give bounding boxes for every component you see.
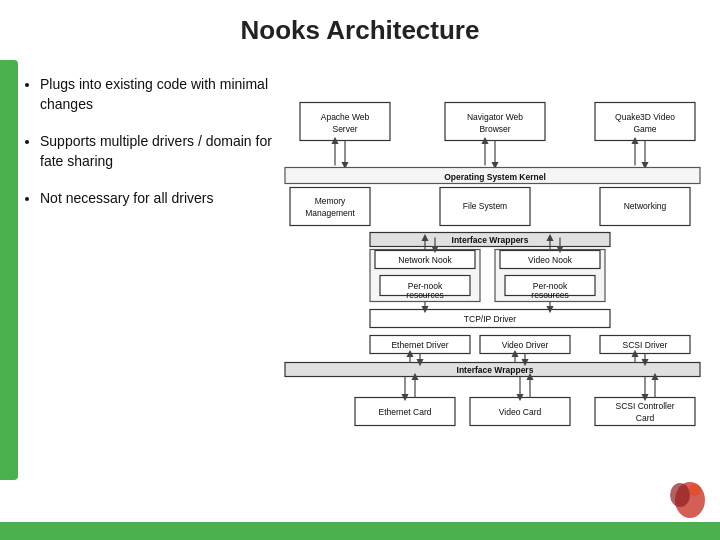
svg-text:TCP/IP Driver: TCP/IP Driver — [464, 314, 516, 324]
green-bar-left — [0, 60, 18, 480]
green-bar-bottom — [0, 522, 720, 540]
svg-text:Operating System Kernel: Operating System Kernel — [444, 172, 546, 182]
svg-text:SCSI Driver: SCSI Driver — [623, 340, 668, 350]
svg-text:Card: Card — [636, 413, 655, 423]
svg-text:resources: resources — [406, 290, 443, 300]
svg-text:Video Driver: Video Driver — [502, 340, 549, 350]
svg-text:Network Nook: Network Nook — [398, 255, 452, 265]
svg-point-75 — [689, 484, 701, 496]
svg-text:Server: Server — [332, 124, 357, 134]
svg-text:Memory: Memory — [315, 196, 346, 206]
bullet-item: Supports multiple drivers / domain for f… — [40, 132, 275, 171]
architecture-diagram: Apache Web Server Navigator Web Browser … — [280, 65, 710, 520]
corner-decoration — [660, 475, 710, 525]
svg-text:resources: resources — [531, 290, 568, 300]
svg-text:Video Card: Video Card — [499, 407, 542, 417]
svg-text:Quake3D Video: Quake3D Video — [615, 112, 675, 122]
svg-rect-17 — [290, 188, 370, 226]
bullet-list: Plugs into existing code with minimal ch… — [25, 75, 275, 227]
svg-point-74 — [670, 483, 690, 507]
svg-text:Interface Wrappers: Interface Wrappers — [452, 235, 529, 245]
bullet-item: Plugs into existing code with minimal ch… — [40, 75, 275, 114]
svg-text:SCSI Controller: SCSI Controller — [615, 401, 674, 411]
svg-text:Ethernet Card: Ethernet Card — [379, 407, 432, 417]
svg-text:Browser: Browser — [479, 124, 510, 134]
svg-text:File System: File System — [463, 201, 507, 211]
svg-text:Management: Management — [305, 208, 355, 218]
svg-text:Game: Game — [633, 124, 656, 134]
svg-text:Networking: Networking — [624, 201, 667, 211]
svg-text:Video Nook: Video Nook — [528, 255, 573, 265]
page-title: Nooks Architecture — [0, 15, 720, 46]
svg-text:Ethernet Driver: Ethernet Driver — [391, 340, 448, 350]
svg-text:Apache Web: Apache Web — [321, 112, 370, 122]
svg-text:Interface Wrappers: Interface Wrappers — [457, 365, 534, 375]
bullet-item: Not necessary for all drivers — [40, 189, 275, 209]
svg-text:Navigator Web: Navigator Web — [467, 112, 523, 122]
